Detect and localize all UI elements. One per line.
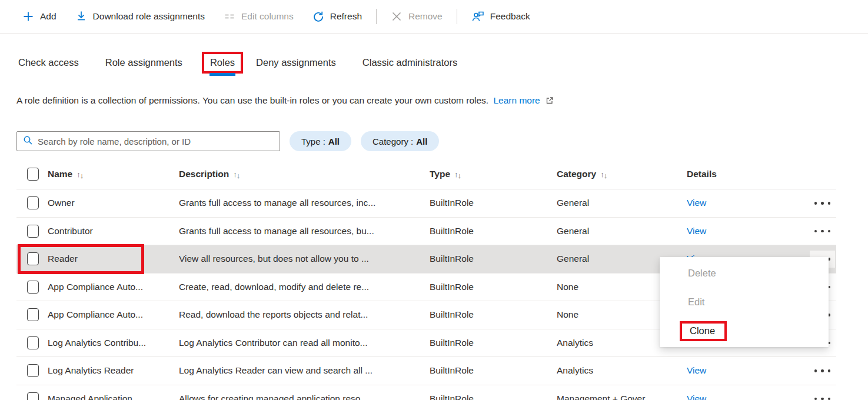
role-search-box (16, 131, 280, 151)
role-type: BuiltInRole (430, 394, 557, 400)
ellipsis-icon (814, 393, 831, 400)
feedback-label: Feedback (490, 11, 530, 22)
edit-columns-label: Edit columns (241, 11, 294, 22)
role-type: BuiltInRole (430, 282, 557, 292)
row-checkbox[interactable] (27, 196, 39, 209)
tab-roles[interactable]: Roles (202, 52, 243, 74)
table-row-managed-application[interactable]: Managed Application Allows for creating … (16, 385, 836, 400)
role-description: Log Analytics Contributor can read all m… (179, 338, 430, 348)
edit-columns-button[interactable]: Edit columns (214, 5, 303, 28)
role-description: Grants full access to manage all resourc… (179, 198, 430, 208)
role-description: Log Analytics Reader can view and search… (179, 365, 430, 376)
row-checkbox[interactable] (27, 392, 39, 400)
edit-columns-icon (224, 11, 235, 22)
refresh-button[interactable]: Refresh (303, 5, 371, 28)
role-category: Analytics (557, 365, 687, 376)
column-header-name[interactable]: Name↑↓ (48, 169, 179, 179)
toolbar-divider (457, 9, 457, 24)
tab-classic-administrators[interactable]: Classic administrators (354, 52, 465, 74)
toolbar-divider (376, 9, 377, 24)
category-filter-label: Category : (373, 136, 413, 146)
ellipsis-icon (814, 225, 831, 234)
tab-deny-assignments[interactable]: Deny assignments (248, 52, 344, 74)
role-name: App Compliance Auto... (48, 282, 179, 292)
intro-text: A role definition is a collection of per… (16, 95, 554, 107)
role-description: Grants full access to manage all resourc… (179, 226, 430, 236)
column-header-type[interactable]: Type↑↓ (430, 169, 557, 179)
ellipsis-icon (814, 365, 831, 374)
row-checkbox[interactable] (27, 308, 39, 321)
role-name: Owner (48, 198, 179, 208)
type-filter-label: Type : (301, 136, 325, 146)
role-description: Create, read, download, modify and delet… (179, 282, 430, 292)
add-button-label: Add (40, 11, 56, 22)
tab-bar: Check access Role assignments Roles Deny… (10, 52, 475, 74)
search-input[interactable] (38, 136, 280, 146)
role-type: BuiltInRole (430, 365, 557, 376)
remove-button[interactable]: Remove (381, 5, 452, 28)
command-bar: Add Download role assignments Edit colum… (0, 0, 868, 34)
row-context-menu: Delete Edit Clone (660, 257, 829, 347)
row-checkbox[interactable] (27, 252, 39, 265)
sort-icon: ↑↓ (233, 170, 240, 179)
learn-more-link[interactable]: Learn more (493, 95, 540, 105)
feedback-icon (471, 10, 484, 23)
select-all-checkbox[interactable] (27, 168, 39, 181)
role-category: General (557, 226, 687, 236)
sort-icon: ↑↓ (77, 170, 83, 179)
context-menu-item-delete[interactable]: Delete (660, 259, 829, 288)
row-checkbox[interactable] (27, 225, 39, 238)
tab-role-assignments[interactable]: Role assignments (97, 52, 191, 74)
download-role-assignments-button[interactable]: Download role assignments (66, 5, 214, 28)
role-type: BuiltInRole (430, 338, 557, 348)
close-icon (391, 11, 403, 22)
category-filter-value: All (416, 136, 427, 146)
download-button-label: Download role assignments (93, 11, 205, 22)
external-link-icon (546, 96, 554, 107)
view-details-link[interactable]: View (687, 226, 706, 236)
refresh-label: Refresh (330, 11, 362, 22)
view-details-link[interactable]: View (687, 394, 706, 400)
role-name: Log Analytics Reader (48, 365, 179, 376)
role-type: BuiltInRole (430, 226, 557, 236)
row-menu-button[interactable] (810, 366, 836, 376)
role-description: Read, download the reports objects and r… (179, 309, 430, 320)
refresh-icon (312, 11, 324, 22)
intro-sentence: A role definition is a collection of per… (16, 95, 488, 105)
row-menu-button[interactable] (810, 226, 836, 236)
filter-bar: Type : All Category : All (16, 131, 439, 151)
context-menu-item-clone[interactable]: Clone (660, 316, 829, 345)
add-button[interactable]: Add (13, 5, 66, 28)
row-checkbox[interactable] (27, 336, 39, 349)
role-name: Managed Application (48, 394, 179, 400)
role-category: General (557, 198, 687, 208)
table-row-contributor[interactable]: Contributor Grants full access to manage… (16, 217, 836, 245)
feedback-button[interactable]: Feedback (462, 5, 540, 28)
type-filter-pill[interactable]: Type : All (290, 131, 351, 151)
row-checkbox[interactable] (27, 364, 39, 377)
type-filter-value: All (328, 136, 340, 146)
view-details-link[interactable]: View (687, 198, 706, 208)
table-row-log-analytics-reader[interactable]: Log Analytics Reader Log Analytics Reade… (16, 356, 836, 385)
role-name: Contributor (48, 226, 179, 236)
clone-annotation-box: Clone (680, 321, 727, 341)
role-description: Allows for creating managed application … (179, 394, 430, 400)
row-menu-button[interactable] (810, 198, 836, 208)
row-menu-button[interactable] (810, 394, 836, 400)
role-description: View all resources, but does not allow y… (179, 254, 430, 264)
column-header-description[interactable]: Description↑↓ (179, 169, 430, 179)
role-type: BuiltInRole (430, 254, 557, 264)
table-row-owner[interactable]: Owner Grants full access to manage all r… (16, 189, 836, 217)
view-details-link[interactable]: View (687, 365, 706, 375)
category-filter-pill[interactable]: Category : All (361, 131, 439, 151)
search-icon (23, 135, 33, 148)
table-header-row: Name↑↓ Description↑↓ Type↑↓ Category↑↓ D… (16, 159, 836, 189)
column-header-details: Details (687, 169, 746, 179)
sort-icon: ↑↓ (600, 170, 607, 179)
remove-label: Remove (408, 11, 443, 22)
row-checkbox[interactable] (27, 281, 39, 294)
column-header-category[interactable]: Category↑↓ (557, 169, 687, 179)
context-menu-item-edit[interactable]: Edit (660, 288, 829, 316)
tab-check-access[interactable]: Check access (10, 52, 87, 74)
role-type: BuiltInRole (430, 198, 557, 208)
